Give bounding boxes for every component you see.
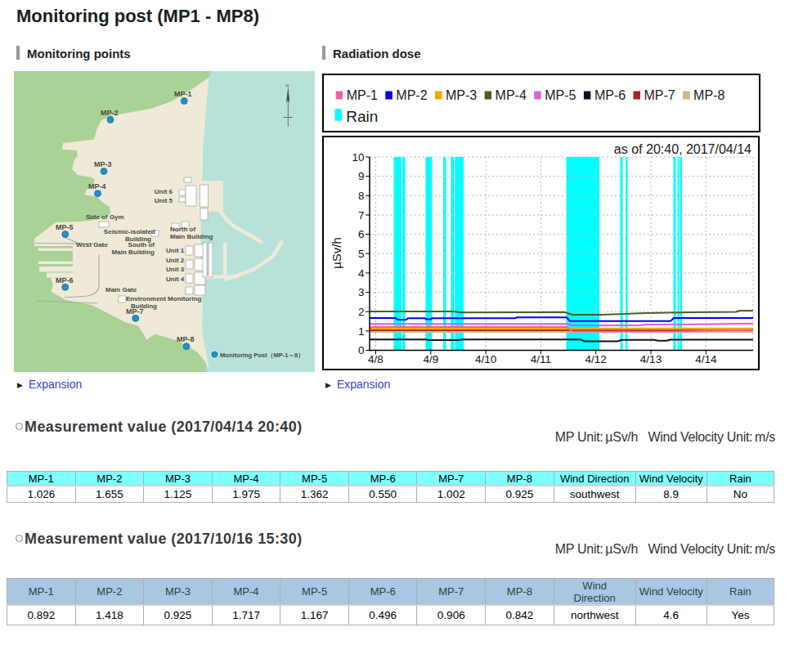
svg-text:Unit 5: Unit 5 (155, 197, 173, 204)
svg-text:MP-2: MP-2 (396, 88, 427, 102)
svg-text:8: 8 (358, 190, 365, 202)
svg-text:Unit 2: Unit 2 (166, 257, 185, 264)
svg-text:4/12: 4/12 (585, 353, 607, 365)
svg-text:MP-8: MP-8 (177, 335, 195, 343)
svg-text:1: 1 (358, 325, 365, 338)
svg-text:MP-2: MP-2 (101, 109, 119, 117)
svg-text:4/10: 4/10 (475, 353, 496, 365)
svg-text:4/14: 4/14 (695, 353, 717, 365)
svg-text:9: 9 (358, 170, 365, 182)
svg-text:6: 6 (358, 228, 365, 240)
svg-text:MP-3: MP-3 (94, 160, 112, 168)
svg-text:4/11: 4/11 (531, 353, 551, 365)
svg-text:Main Gate: Main Gate (105, 286, 137, 293)
svg-text:MP-8: MP-8 (693, 88, 724, 102)
svg-text:Main Building: Main Building (112, 249, 155, 256)
svg-text:Monitoring Post（MP-1～8）: Monitoring Post（MP-1～8） (220, 352, 304, 359)
svg-text:Unit 1: Unit 1 (166, 247, 185, 254)
svg-text:µSv/h: µSv/h (330, 237, 343, 269)
svg-text:4/8: 4/8 (368, 353, 384, 365)
svg-text:as of 20:40, 2017/04/14: as of 20:40, 2017/04/14 (614, 142, 751, 156)
svg-text:South of: South of (128, 241, 155, 249)
svg-text:2: 2 (358, 306, 365, 318)
svg-text:Seismic-isolated: Seismic-isolated (104, 228, 155, 235)
svg-text:MP-6: MP-6 (56, 276, 74, 284)
svg-text:West Gate: West Gate (76, 241, 109, 249)
svg-text:Unit 4: Unit 4 (166, 276, 185, 283)
svg-text:Main Building: Main Building (170, 233, 213, 240)
svg-text:MP-4: MP-4 (88, 182, 106, 190)
svg-text:Side of Gym: Side of Gym (86, 213, 124, 221)
svg-text:MP-1: MP-1 (347, 88, 378, 102)
svg-text:4/9: 4/9 (423, 353, 438, 365)
svg-text:Unit 6: Unit 6 (155, 188, 173, 195)
svg-text:North of: North of (170, 226, 195, 233)
svg-text:7: 7 (358, 209, 365, 222)
svg-text:4/13: 4/13 (640, 353, 662, 365)
svg-text:5: 5 (358, 248, 365, 260)
svg-text:Unit 3: Unit 3 (166, 266, 185, 273)
svg-text:10: 10 (352, 151, 364, 164)
svg-text:MP-1: MP-1 (174, 90, 192, 98)
svg-text:MP-5: MP-5 (545, 88, 576, 102)
svg-text:Building: Building (131, 302, 157, 310)
svg-text:MP-5: MP-5 (56, 223, 74, 231)
svg-text:Rain: Rain (346, 108, 378, 125)
svg-text:MP-4: MP-4 (496, 88, 527, 102)
svg-text:MP-7: MP-7 (644, 88, 675, 102)
svg-text:3: 3 (358, 286, 365, 298)
svg-text:4: 4 (358, 267, 365, 280)
svg-text:MP-6: MP-6 (594, 88, 626, 102)
svg-text:Environment Monitoring: Environment Monitoring (126, 295, 202, 302)
svg-text:N: N (286, 83, 289, 88)
svg-text:MP-3: MP-3 (446, 88, 477, 102)
svg-text:0: 0 (358, 344, 365, 356)
